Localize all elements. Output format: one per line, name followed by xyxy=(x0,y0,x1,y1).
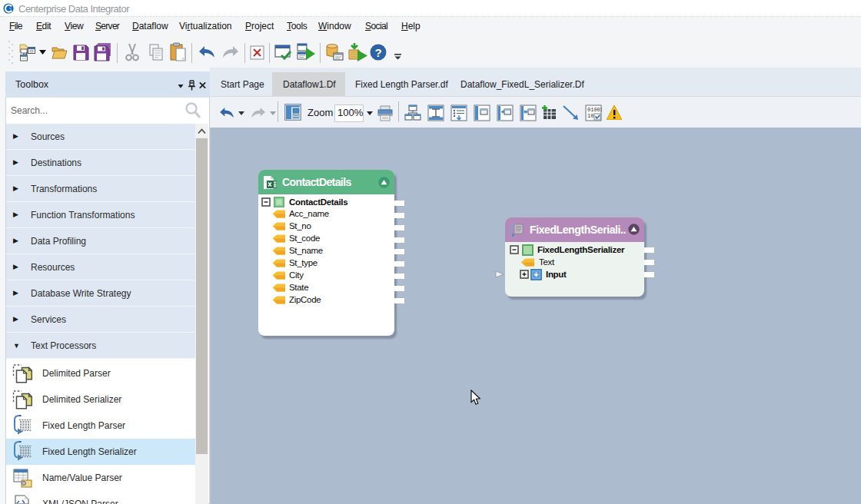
svg-text:10: 10 xyxy=(587,113,593,119)
svg-text:?: ? xyxy=(374,46,381,59)
svg-text:01001: 01001 xyxy=(587,107,602,113)
